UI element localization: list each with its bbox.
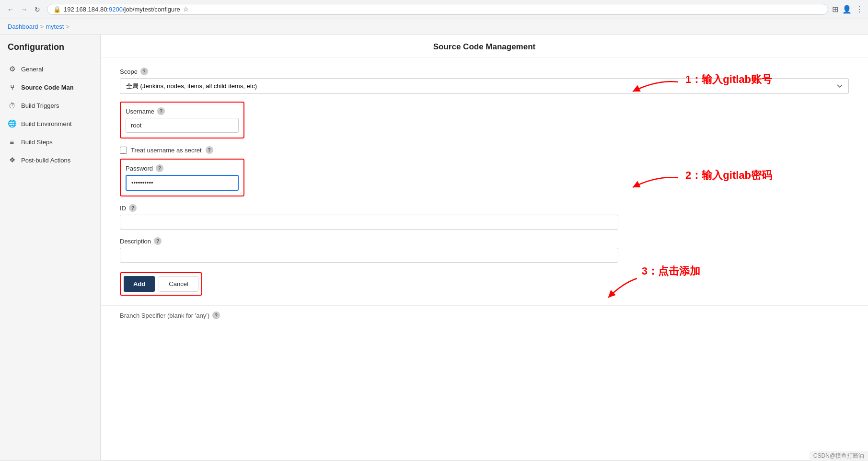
password-help-icon[interactable]: ?: [156, 164, 163, 172]
branch-icon: ⑂: [8, 83, 16, 92]
main-layout: Configuration ⚙ General ⑂ Source Code Ma…: [0, 35, 868, 460]
menu-icon[interactable]: ⋮: [856, 5, 863, 14]
username-section: Username ?: [120, 102, 849, 140]
breadcrumb-sep1: >: [40, 23, 44, 30]
sidebar-item-post-build[interactable]: ❖ Post-build Actions: [0, 151, 100, 169]
scope-field-row: Scope ? 全局 (Jenkins, nodes, items, all c…: [120, 68, 849, 94]
profile-icon[interactable]: 👤: [842, 5, 852, 14]
breadcrumb: Dashboard > mytest >: [0, 19, 868, 35]
button-row: Add Cancel: [120, 272, 849, 296]
content-area: Source Code Management Scope ? 全局 (Jenki…: [101, 35, 868, 460]
content-wrapper: Scope ? 全局 (Jenkins, nodes, items, all c…: [101, 58, 868, 305]
breadcrumb-mytest[interactable]: mytest: [46, 23, 64, 30]
security-icon: 🔒: [53, 6, 61, 13]
id-label: ID ?: [120, 204, 849, 212]
browser-chrome: ← → ↻ 🔒 192.168.184.80:9200/job/mytest/c…: [0, 0, 868, 19]
sidebar-label-post-build: Post-build Actions: [21, 157, 70, 164]
username-input[interactable]: [126, 118, 239, 133]
username-help-icon[interactable]: ?: [157, 107, 165, 115]
sidebar-item-build-steps[interactable]: ≡ Build Steps: [0, 133, 100, 151]
address-bar[interactable]: 🔒 192.168.184.80:9200/job/mytest/configu…: [47, 4, 828, 15]
bookmark-icon: ☆: [183, 6, 189, 13]
password-label: Password ?: [126, 164, 239, 172]
sidebar: Configuration ⚙ General ⑂ Source Code Ma…: [0, 35, 101, 460]
sidebar-label-build-environment: Build Environment: [21, 120, 72, 127]
sidebar-item-build-triggers[interactable]: ⏱ Build Triggers: [0, 96, 100, 115]
form-section: Scope ? 全局 (Jenkins, nodes, items, all c…: [101, 58, 868, 305]
browser-action-icons: ⊞ 👤 ⋮: [832, 5, 863, 14]
branch-specifier-row: Branch Specifier (blank for 'any') ?: [101, 305, 868, 325]
description-field-row: Description ?: [120, 237, 849, 263]
username-highlight-box: Username ?: [120, 102, 244, 138]
button-highlight-box: Add Cancel: [120, 272, 202, 296]
sidebar-item-build-environment[interactable]: 🌐 Build Environment: [0, 115, 100, 133]
watermark: CSDN@摸鱼打酱油: [810, 451, 868, 460]
password-section: Password ?: [120, 159, 849, 198]
username-label: Username ?: [126, 107, 239, 115]
extensions-icon[interactable]: ⊞: [832, 5, 838, 14]
sidebar-label-build-steps: Build Steps: [21, 138, 53, 146]
password-highlight-box: Password ?: [120, 159, 244, 196]
gear-icon: ⚙: [8, 65, 16, 73]
page-title: Source Code Management: [101, 35, 868, 58]
description-input[interactable]: [120, 248, 618, 263]
description-help-icon[interactable]: ?: [154, 237, 162, 245]
id-input[interactable]: [120, 215, 618, 230]
treat-username-checkbox[interactable]: [120, 147, 127, 154]
branch-specifier-label: Branch Specifier (blank for 'any'): [120, 312, 209, 319]
post-build-icon: ❖: [8, 156, 16, 164]
back-button[interactable]: ←: [5, 4, 16, 15]
sidebar-title: Configuration: [0, 42, 100, 60]
forward-button[interactable]: →: [18, 4, 30, 15]
breadcrumb-dashboard[interactable]: Dashboard: [8, 23, 38, 30]
description-label: Description ?: [120, 237, 849, 245]
globe-icon: 🌐: [8, 119, 16, 128]
nav-buttons: ← → ↻: [5, 4, 43, 15]
password-input[interactable]: [126, 175, 239, 191]
sidebar-label-source-code: Source Code Man: [21, 84, 74, 91]
cancel-button[interactable]: Cancel: [159, 276, 198, 292]
scope-label: Scope ?: [120, 68, 849, 75]
clock-icon: ⏱: [8, 101, 16, 110]
id-help-icon[interactable]: ?: [129, 204, 137, 212]
breadcrumb-sep2: >: [66, 23, 70, 30]
sidebar-item-general[interactable]: ⚙ General: [0, 60, 100, 78]
treat-username-label: Treat username as secret: [131, 147, 202, 154]
sidebar-label-general: General: [21, 66, 43, 73]
refresh-button[interactable]: ↻: [32, 4, 43, 15]
address-text: 192.168.184.80:9200/job/mytest/configure: [64, 6, 180, 13]
scope-help-icon[interactable]: ?: [140, 68, 148, 75]
add-button[interactable]: Add: [124, 276, 155, 292]
treat-username-help-icon[interactable]: ?: [206, 146, 213, 154]
branch-specifier-help-icon[interactable]: ?: [212, 311, 220, 319]
id-field-row: ID ?: [120, 204, 849, 230]
steps-icon: ≡: [8, 138, 16, 146]
scope-select[interactable]: 全局 (Jenkins, nodes, items, all child ite…: [120, 78, 849, 94]
sidebar-label-build-triggers: Build Triggers: [21, 102, 59, 109]
sidebar-item-source-code[interactable]: ⑂ Source Code Man: [0, 78, 100, 96]
treat-username-row: Treat username as secret ?: [120, 146, 849, 154]
